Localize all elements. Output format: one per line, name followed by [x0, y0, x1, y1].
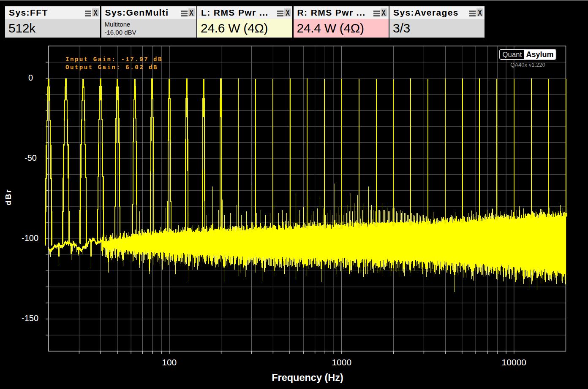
svg-text:-150: -150 — [22, 313, 38, 323]
svg-text:100: 100 — [162, 357, 177, 367]
svg-text:1000: 1000 — [332, 357, 351, 367]
svg-text:-50: -50 — [24, 153, 37, 162]
svg-text:10000: 10000 — [502, 357, 526, 367]
svg-text:0: 0 — [28, 73, 33, 82]
svg-text:-100: -100 — [22, 233, 38, 243]
svg-text:dBr: dBr — [4, 189, 13, 205]
svg-text:Frequency (Hz): Frequency (Hz) — [272, 372, 343, 383]
svg-text:Output Gain: 6.02 dB: Output Gain: 6.02 dB — [65, 64, 158, 71]
svg-text:Input Gain: -17.97 dB: Input Gain: -17.97 dB — [65, 56, 163, 63]
